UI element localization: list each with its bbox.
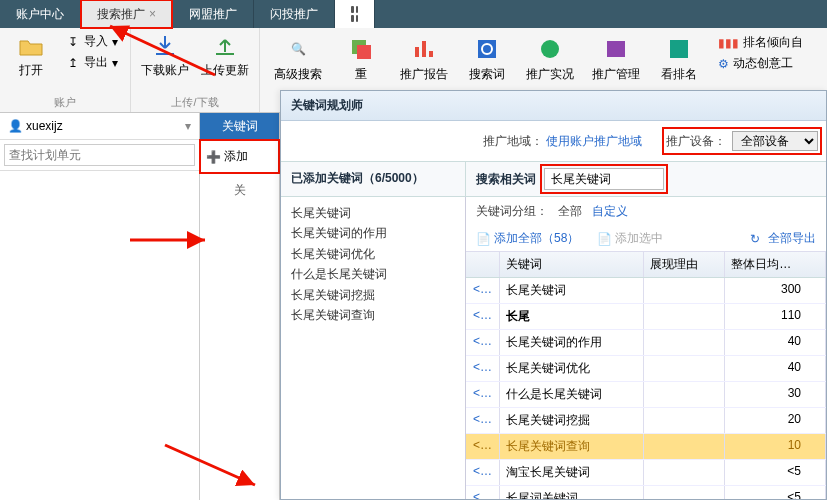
- cell-keyword: 长尾: [500, 304, 644, 329]
- cell-volume: 110: [725, 304, 826, 329]
- added-keywords-header: 已添加关键词（6/5000）: [281, 162, 466, 196]
- download-icon: [151, 32, 179, 60]
- table-row[interactable]: <…长尾关键词优化40: [466, 356, 826, 382]
- mid-panel: 关键词 ➕ 添加 关: [200, 113, 280, 500]
- table-row[interactable]: <…长尾关键词查询10: [466, 434, 826, 460]
- add-row-button[interactable]: <…: [466, 460, 500, 485]
- svg-rect-6: [670, 40, 688, 58]
- tab-flash-promo[interactable]: 闪投推广: [254, 0, 335, 28]
- left-panel: 👤 xuexijz ▾: [0, 113, 200, 500]
- cell-reason: [644, 434, 725, 459]
- upload-icon: [211, 32, 239, 60]
- table-row[interactable]: <…长尾110: [466, 304, 826, 330]
- rank-pref-link[interactable]: ▮▮▮排名倾向自: [718, 34, 803, 51]
- cell-volume: 30: [725, 382, 826, 407]
- list-item[interactable]: 长尾关键词挖掘: [291, 285, 455, 305]
- cell-volume: 20: [725, 408, 826, 433]
- cell-keyword: 长尾关键词挖掘: [500, 408, 644, 433]
- list-item[interactable]: 什么是长尾关键词: [291, 264, 455, 284]
- report-icon: [409, 34, 439, 64]
- add-row-button[interactable]: <…: [466, 382, 500, 407]
- ribbon-group-label: 账户: [54, 95, 76, 110]
- search-word-icon: [472, 34, 502, 64]
- import-icon: ↧: [66, 35, 80, 49]
- cell-reason: [644, 278, 725, 303]
- upload-update-button[interactable]: 上传更新: [201, 32, 249, 79]
- user-bar[interactable]: 👤 xuexijz ▾: [0, 113, 199, 140]
- search-icon: 🔍: [283, 34, 313, 64]
- add-row-button[interactable]: <…: [466, 304, 500, 329]
- group-custom[interactable]: 自定义: [592, 203, 628, 220]
- add-keyword-button[interactable]: ➕ 添加: [200, 140, 279, 174]
- table-row[interactable]: <…长尾关键词300: [466, 278, 826, 304]
- table-row[interactable]: <…长尾关键词挖掘20: [466, 408, 826, 434]
- cell-reason: [644, 408, 725, 433]
- export-icon: ↥: [66, 56, 80, 70]
- keyword-group-row: 关键词分组： 全部 自定义: [466, 197, 826, 226]
- region-link[interactable]: 使用账户推广地域: [546, 134, 642, 148]
- main-tabs: 账户中心 搜索推广× 网盟推广 闪投推广: [0, 0, 827, 28]
- tab-app-launcher[interactable]: [335, 0, 375, 28]
- planner-options: 推广地域： 使用账户推广地域 推广设备： 全部设备: [281, 121, 826, 161]
- col-keyword[interactable]: 关键词: [500, 252, 644, 277]
- add-row-button[interactable]: <…: [466, 486, 500, 499]
- tab-account-center[interactable]: 账户中心: [0, 0, 81, 28]
- add-row-button[interactable]: <…: [466, 408, 500, 433]
- rank-icon: [664, 34, 694, 64]
- cell-reason: [644, 356, 725, 381]
- svg-rect-5: [607, 41, 625, 57]
- cell-volume: 300: [725, 278, 826, 303]
- search-keyword-input[interactable]: [544, 168, 664, 190]
- cell-reason: [644, 382, 725, 407]
- tab-search-promo[interactable]: 搜索推广×: [81, 0, 173, 28]
- add-icon: ➕: [206, 150, 220, 164]
- group-all[interactable]: 全部: [558, 203, 582, 220]
- manage-icon: [601, 34, 631, 64]
- add-row-button[interactable]: <…: [466, 278, 500, 303]
- cell-keyword: 长尾关键词查询: [500, 434, 644, 459]
- add-selected-button: 📄添加选中: [597, 230, 663, 247]
- username: xuexijz: [26, 119, 63, 133]
- add-row-button[interactable]: <…: [466, 330, 500, 355]
- svg-rect-1: [357, 45, 371, 59]
- cell-reason: [644, 460, 725, 485]
- cell-volume: <5: [725, 486, 826, 499]
- table-row[interactable]: <…长尾关键词的作用40: [466, 330, 826, 356]
- download-account-button[interactable]: 下载账户: [141, 32, 189, 79]
- search-plan-input[interactable]: [4, 144, 195, 166]
- export-all-button[interactable]: ↻全部导出: [750, 230, 816, 247]
- open-button[interactable]: 打开: [10, 32, 52, 79]
- list-item[interactable]: 长尾关键词查询: [291, 305, 455, 325]
- table-row[interactable]: <…长尾词关键词<5: [466, 486, 826, 499]
- add-all-button[interactable]: 📄添加全部（58）: [476, 230, 579, 247]
- list-item[interactable]: 长尾关键词的作用: [291, 223, 455, 243]
- close-icon[interactable]: ×: [149, 7, 156, 21]
- add-row-button[interactable]: <…: [466, 356, 500, 381]
- cell-keyword: 长尾关键词: [500, 278, 644, 303]
- import-button[interactable]: ↧导入 ▾: [64, 32, 120, 51]
- keyword-planner-panel: 关键词规划师 推广地域： 使用账户推广地域 推广设备： 全部设备 已添加关键词（…: [280, 90, 827, 500]
- device-label: 推广设备：: [666, 133, 726, 150]
- export-icon: ↻: [750, 232, 764, 246]
- cell-volume: 40: [725, 330, 826, 355]
- list-item[interactable]: 长尾关键词优化: [291, 244, 455, 264]
- search-related-label: 搜索相关词: [476, 171, 536, 188]
- table-row[interactable]: <…淘宝长尾关键词<5: [466, 460, 826, 486]
- cell-reason: [644, 304, 725, 329]
- cell-volume: 40: [725, 356, 826, 381]
- app-grid-icon: [351, 6, 358, 22]
- cell-keyword: 什么是长尾关键词: [500, 382, 644, 407]
- device-select[interactable]: 全部设备: [732, 131, 818, 151]
- bars-icon: ▮▮▮: [718, 36, 739, 50]
- list-item[interactable]: 长尾关键词: [291, 203, 455, 223]
- dynamic-creative-link[interactable]: ⚙动态创意工: [718, 55, 803, 72]
- keyword-tab-header[interactable]: 关键词: [200, 113, 279, 140]
- export-button[interactable]: ↥导出 ▾: [64, 53, 120, 72]
- user-icon: 👤: [8, 119, 22, 133]
- table-row[interactable]: <…什么是长尾关键词30: [466, 382, 826, 408]
- svg-point-4: [541, 40, 559, 58]
- add-row-button[interactable]: <…: [466, 434, 500, 459]
- col-reason[interactable]: 展现理由: [644, 252, 725, 277]
- tab-net-promo[interactable]: 网盟推广: [173, 0, 254, 28]
- col-volume[interactable]: 整体日均搜…: [725, 252, 826, 277]
